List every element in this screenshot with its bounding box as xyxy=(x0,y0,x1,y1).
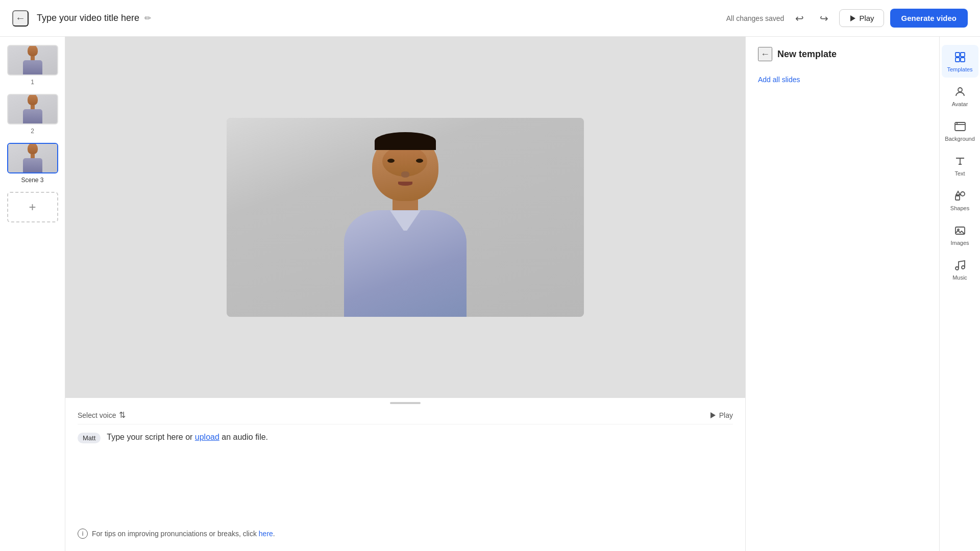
info-icon: i xyxy=(78,529,88,539)
header-center: All changes saved ↩ ↪ Play Generate vide… xyxy=(726,9,968,28)
right-main-content: ← New template Add all slides xyxy=(746,37,939,551)
play-script-button[interactable]: Play xyxy=(709,411,733,419)
header: ← Type your video title here ✏ All chang… xyxy=(0,0,980,37)
shapes-icon xyxy=(953,189,967,203)
back-button[interactable]: ← xyxy=(12,10,29,27)
slide-thumb-1 xyxy=(7,45,58,76)
chevron-up-down-icon: ⇅ xyxy=(119,410,126,420)
right-panel-header: ← New template xyxy=(758,47,927,61)
svg-rect-8 xyxy=(955,196,960,200)
script-placeholder: Type your script here or upload an audio… xyxy=(107,433,268,441)
svg-point-12 xyxy=(955,267,959,270)
generate-video-button[interactable]: Generate video xyxy=(890,9,968,28)
svg-point-9 xyxy=(961,192,965,196)
svg-point-13 xyxy=(962,266,965,269)
edit-title-icon[interactable]: ✏ xyxy=(144,13,151,23)
text-label: Text xyxy=(954,170,965,177)
script-area: Select voice ⇅ Play Matt Type your scrip… xyxy=(65,398,745,551)
slide-item-1[interactable]: 1 xyxy=(5,45,60,86)
script-text-area[interactable]: Type your script here or upload an audio… xyxy=(107,433,268,442)
sidebar-item-avatar[interactable]: Avatar xyxy=(942,80,978,112)
shapes-label: Shapes xyxy=(950,205,969,211)
images-label: Images xyxy=(950,240,969,246)
music-label: Music xyxy=(952,274,967,281)
slide-item-2[interactable]: 2 xyxy=(5,94,60,135)
music-icon xyxy=(953,258,967,272)
sidebar-item-text[interactable]: Text xyxy=(942,149,978,182)
avatar-figure xyxy=(339,123,472,317)
canvas-wrapper xyxy=(227,118,584,317)
avatar-background xyxy=(227,118,584,317)
canvas-area xyxy=(65,37,745,398)
sidebar-item-shapes[interactable]: Shapes xyxy=(942,184,978,216)
sidebar-item-music[interactable]: Music xyxy=(942,253,978,286)
add-all-slides-button[interactable]: Add all slides xyxy=(758,71,800,88)
speaker-badge[interactable]: Matt xyxy=(78,433,101,443)
select-voice-button[interactable]: Select voice ⇅ xyxy=(78,410,126,420)
templates-label: Templates xyxy=(947,66,972,72)
center-content: Select voice ⇅ Play Matt Type your scrip… xyxy=(65,37,745,551)
right-back-button[interactable]: ← xyxy=(758,47,772,61)
script-hint: i For tips on improving pronunciations o… xyxy=(78,522,733,539)
avatar-icon xyxy=(953,85,967,99)
slide-item-3[interactable]: Scene 3 xyxy=(5,143,60,184)
save-status: All changes saved xyxy=(726,14,785,22)
text-icon xyxy=(953,154,967,168)
svg-rect-5 xyxy=(961,58,965,62)
video-title: Type your video title here xyxy=(37,13,139,23)
slide-number-1: 1 xyxy=(31,79,34,86)
svg-rect-3 xyxy=(961,53,965,57)
sidebar-item-background[interactable]: Background xyxy=(942,114,978,147)
hint-link[interactable]: here xyxy=(259,530,273,538)
slide-thumb-2 xyxy=(7,94,58,124)
svg-marker-0 xyxy=(850,15,855,21)
script-top-bar: Select voice ⇅ Play xyxy=(78,404,733,424)
svg-point-6 xyxy=(958,88,962,92)
slide-number-2: 2 xyxy=(31,128,34,135)
title-area: Type your video title here ✏ xyxy=(37,13,718,23)
avatar-label: Avatar xyxy=(952,101,968,107)
slide-thumb-3 xyxy=(7,143,58,173)
play-icon xyxy=(849,15,856,22)
add-slide-button[interactable]: + xyxy=(7,192,58,222)
avatar-body xyxy=(344,210,467,317)
svg-rect-4 xyxy=(955,58,960,62)
background-label: Background xyxy=(945,136,975,142)
script-body: Matt Type your script here or upload an … xyxy=(78,424,733,452)
slides-panel: 1 2 xyxy=(0,37,65,551)
svg-rect-7 xyxy=(955,122,965,131)
redo-button[interactable]: ↪ xyxy=(815,9,833,28)
svg-rect-2 xyxy=(955,53,960,57)
background-icon xyxy=(953,119,967,134)
upload-link[interactable]: upload xyxy=(195,433,219,441)
sidebar-item-images[interactable]: Images xyxy=(942,218,978,251)
play-script-icon xyxy=(709,412,716,419)
main-area: 1 2 xyxy=(0,37,980,551)
right-panel-title: New template xyxy=(777,49,837,60)
right-panel: ← New template Add all slides Templates xyxy=(745,37,980,551)
avatar-head xyxy=(372,133,438,201)
icon-bar: Templates Avatar xyxy=(939,37,980,551)
svg-marker-1 xyxy=(710,412,716,418)
sidebar-item-templates[interactable]: Templates xyxy=(942,45,978,78)
undo-button[interactable]: ↩ xyxy=(790,9,808,28)
images-icon xyxy=(953,223,967,238)
slide-label-3: Scene 3 xyxy=(21,177,43,184)
templates-icon xyxy=(953,50,967,64)
play-button[interactable]: Play xyxy=(839,9,884,27)
